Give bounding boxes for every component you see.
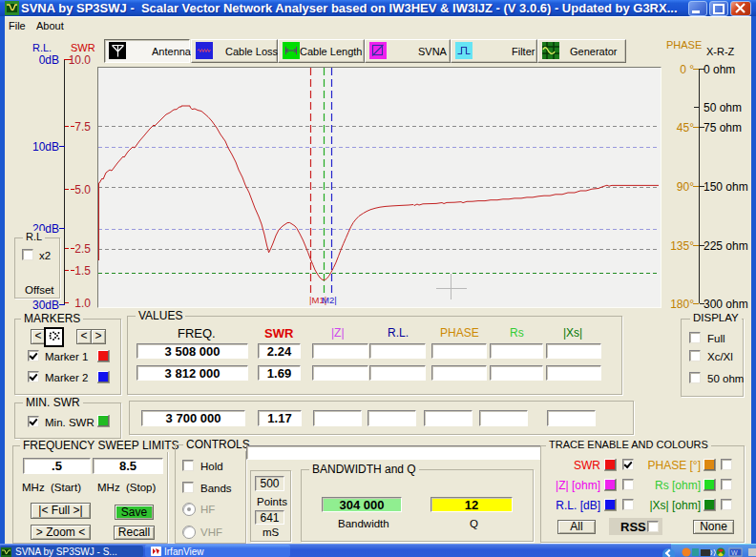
svg-text:M2|: M2| [322,295,337,305]
svg-text:W: W [731,549,738,556]
